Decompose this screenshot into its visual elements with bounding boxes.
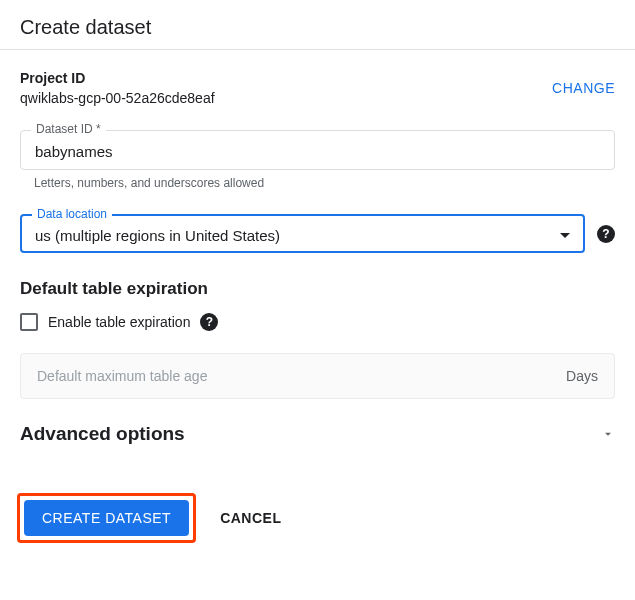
- dataset-id-input[interactable]: [35, 143, 600, 160]
- dialog-header: Create dataset: [0, 0, 635, 50]
- action-row: CREATE DATASET CANCEL: [17, 493, 615, 543]
- enable-expiration-checkbox[interactable]: [20, 313, 38, 331]
- advanced-options-label: Advanced options: [20, 423, 185, 445]
- max-table-age-field: Default maximum table age Days: [20, 353, 615, 399]
- enable-expiration-label: Enable table expiration: [48, 314, 190, 330]
- project-info: Project ID qwiklabs-gcp-00-52a26cde8eaf: [20, 70, 215, 106]
- expiration-checkbox-row: Enable table expiration ?: [20, 313, 615, 331]
- dialog-content: Project ID qwiklabs-gcp-00-52a26cde8eaf …: [0, 50, 635, 543]
- help-icon[interactable]: ?: [200, 313, 218, 331]
- data-location-label: Data location: [32, 207, 112, 221]
- dataset-id-helper: Letters, numbers, and underscores allowe…: [34, 176, 615, 190]
- max-table-age-suffix: Days: [566, 368, 598, 384]
- change-project-button[interactable]: CHANGE: [552, 70, 615, 96]
- cancel-button[interactable]: CANCEL: [220, 510, 281, 526]
- expiration-section-label: Default table expiration: [20, 279, 615, 299]
- dialog-title: Create dataset: [20, 16, 615, 39]
- dataset-id-label: Dataset ID *: [31, 122, 106, 136]
- data-location-select[interactable]: Data location us (multiple regions in Un…: [20, 214, 585, 253]
- project-id-value: qwiklabs-gcp-00-52a26cde8eaf: [20, 90, 215, 106]
- dataset-id-field[interactable]: Dataset ID *: [20, 130, 615, 170]
- data-location-row: Data location us (multiple regions in Un…: [20, 214, 615, 253]
- create-dataset-button[interactable]: CREATE DATASET: [24, 500, 189, 536]
- max-table-age-placeholder: Default maximum table age: [37, 368, 207, 384]
- data-location-value: us (multiple regions in United States): [35, 227, 280, 244]
- chevron-down-icon: [601, 427, 615, 441]
- advanced-options-toggle[interactable]: Advanced options: [20, 423, 615, 445]
- chevron-down-icon: [560, 233, 570, 238]
- help-icon[interactable]: ?: [597, 225, 615, 243]
- create-button-highlight: CREATE DATASET: [17, 493, 196, 543]
- project-id-label: Project ID: [20, 70, 215, 86]
- project-row: Project ID qwiklabs-gcp-00-52a26cde8eaf …: [20, 70, 615, 106]
